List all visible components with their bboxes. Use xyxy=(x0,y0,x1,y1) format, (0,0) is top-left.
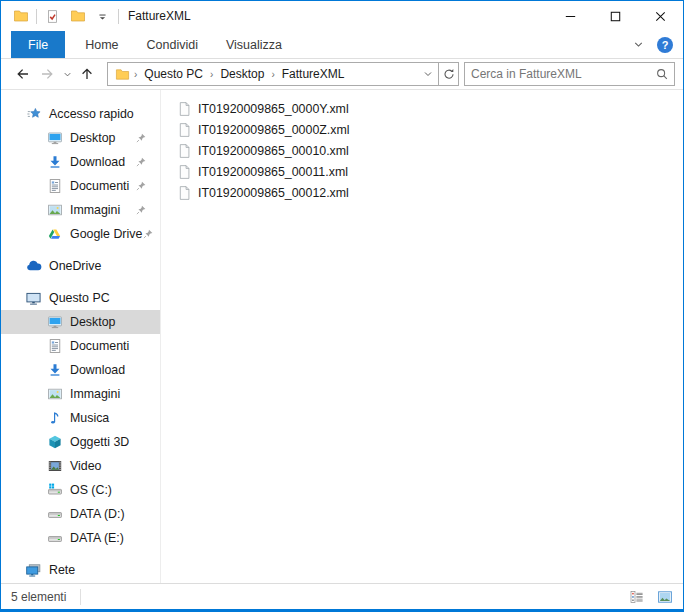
titlebar: FattureXML xyxy=(1,1,683,31)
file-list: IT01920009865_0000Y.xml IT01920009865_00… xyxy=(161,90,683,583)
sidebar-item-label: Download xyxy=(70,155,125,169)
pictures-icon xyxy=(46,386,63,403)
window-title: FattureXML xyxy=(128,9,191,23)
app-folder-icon xyxy=(12,8,29,25)
up-button[interactable] xyxy=(75,62,99,86)
sidebar-item-download-qa[interactable]: Download xyxy=(1,150,160,174)
sidebar-item-os-c[interactable]: OS (C:) xyxy=(1,478,160,502)
xml-file-icon xyxy=(177,121,192,138)
sidebar-item-desktop[interactable]: Desktop xyxy=(1,310,160,334)
breadcrumb-item-desktop[interactable]: Desktop xyxy=(215,67,269,81)
sidebar-item-data-d[interactable]: DATA (D:) xyxy=(1,502,160,526)
sidebar-item-label: DATA (E:) xyxy=(70,531,124,545)
download-icon xyxy=(46,154,63,171)
google-drive-icon xyxy=(46,226,63,243)
onedrive-cloud-icon xyxy=(25,258,42,275)
sidebar-section-label: Rete xyxy=(49,563,75,577)
file-item[interactable]: IT01920009865_0000Y.xml xyxy=(177,98,683,119)
file-name: IT01920009865_0000Z.xml xyxy=(198,123,350,137)
desktop-icon xyxy=(46,130,63,147)
file-item[interactable]: IT01920009865_00012.xml xyxy=(177,182,683,203)
sidebar-section-label: Questo PC xyxy=(49,291,110,305)
sidebar-item-label: Immagini xyxy=(70,203,120,217)
sidebar-item-documenti-qa[interactable]: Documenti xyxy=(1,174,160,198)
status-separator xyxy=(80,589,81,605)
sidebar-item-immagini-qa[interactable]: Immagini xyxy=(1,198,160,222)
tab-home[interactable]: Home xyxy=(71,31,132,58)
titlebar-separator xyxy=(118,9,119,24)
xml-file-icon xyxy=(177,184,192,201)
pictures-icon xyxy=(46,202,63,219)
status-bar: 5 elementi xyxy=(1,583,683,609)
pin-icon xyxy=(142,228,154,240)
breadcrumb: › Questo PC › Desktop › FattureXML xyxy=(108,63,418,85)
ribbon-collapse-chevron-icon[interactable] xyxy=(632,38,645,51)
sidebar-item-label: OS (C:) xyxy=(70,483,112,497)
sidebar-item-desktop-qa[interactable]: Desktop xyxy=(1,126,160,150)
breadcrumb-item-fatturexml[interactable]: FattureXML xyxy=(277,67,350,81)
address-bar[interactable]: › Questo PC › Desktop › FattureXML xyxy=(107,62,459,86)
sidebar-item-oggetti-3d[interactable]: Oggetti 3D xyxy=(1,430,160,454)
sidebar-item-video[interactable]: Video xyxy=(1,454,160,478)
file-name: IT01920009865_0000Y.xml xyxy=(198,102,349,116)
sidebar-item-google-drive[interactable]: Google Drive xyxy=(1,222,160,246)
history-chevron-icon[interactable] xyxy=(59,62,75,86)
forward-button[interactable] xyxy=(35,62,59,86)
pin-icon xyxy=(135,132,147,144)
tab-visualizza[interactable]: Visualizza xyxy=(212,31,296,58)
tab-file[interactable]: File xyxy=(11,31,65,58)
sidebar-item-label: Documenti xyxy=(70,339,129,353)
help-icon[interactable]: ? xyxy=(657,37,673,53)
sidebar-section-rete[interactable]: Rete xyxy=(1,558,160,582)
qat-properties-button[interactable] xyxy=(44,8,61,25)
pin-icon xyxy=(135,180,147,192)
video-icon xyxy=(46,458,63,475)
drive-icon xyxy=(46,506,63,523)
file-item[interactable]: IT01920009865_00010.xml xyxy=(177,140,683,161)
details-view-button[interactable] xyxy=(627,587,647,607)
sidebar-section-label: Accesso rapido xyxy=(49,107,134,121)
download-icon xyxy=(46,362,63,379)
navigation-pane: Accesso rapido Desktop Download Document… xyxy=(1,90,161,583)
sidebar-item-label: Google Drive xyxy=(70,227,142,241)
desktop-icon xyxy=(46,314,63,331)
qat-customize-dropdown-icon[interactable] xyxy=(94,8,111,25)
maximize-button[interactable] xyxy=(593,1,638,31)
minimize-button[interactable] xyxy=(548,1,593,31)
sidebar-item-label: Download xyxy=(70,363,125,377)
breadcrumb-separator: › xyxy=(269,69,276,80)
sidebar-section-quick-access[interactable]: Accesso rapido xyxy=(1,102,160,126)
qat-new-folder-button[interactable] xyxy=(69,8,86,25)
breadcrumb-item-questo-pc[interactable]: Questo PC xyxy=(139,67,208,81)
sidebar-item-documenti[interactable]: Documenti xyxy=(1,334,160,358)
sidebar-item-download[interactable]: Download xyxy=(1,358,160,382)
thumbnails-view-button[interactable] xyxy=(655,587,675,607)
file-name: IT01920009865_00012.xml xyxy=(198,186,349,200)
back-button[interactable] xyxy=(11,62,35,86)
breadcrumb-separator: › xyxy=(208,69,215,80)
tab-condividi[interactable]: Condividi xyxy=(133,31,212,58)
music-icon xyxy=(46,410,63,427)
sidebar-item-label: Documenti xyxy=(70,179,129,193)
refresh-button[interactable] xyxy=(438,63,458,85)
pin-icon xyxy=(135,204,147,216)
file-item[interactable]: IT01920009865_0000Z.xml xyxy=(177,119,683,140)
documents-icon xyxy=(46,178,63,195)
sidebar-item-data-e[interactable]: DATA (E:) xyxy=(1,526,160,550)
sidebar-section-questo-pc[interactable]: Questo PC xyxy=(1,286,160,310)
sidebar-item-label: DATA (D:) xyxy=(70,507,125,521)
sidebar-item-immagini[interactable]: Immagini xyxy=(1,382,160,406)
sidebar-item-label: Desktop xyxy=(70,131,115,145)
search-icon[interactable] xyxy=(650,67,674,81)
cube-3d-icon xyxy=(46,434,63,451)
file-item[interactable]: IT01920009865_00011.xml xyxy=(177,161,683,182)
sidebar-section-label: OneDrive xyxy=(49,259,101,273)
titlebar-separator xyxy=(36,9,37,24)
close-button[interactable] xyxy=(638,1,683,31)
sidebar-item-musica[interactable]: Musica xyxy=(1,406,160,430)
address-dropdown-chevron-icon[interactable] xyxy=(418,63,438,85)
address-folder-icon xyxy=(115,67,130,82)
quick-access-star-icon xyxy=(25,106,42,123)
search-input[interactable] xyxy=(465,67,650,81)
sidebar-section-onedrive[interactable]: OneDrive xyxy=(1,254,160,278)
